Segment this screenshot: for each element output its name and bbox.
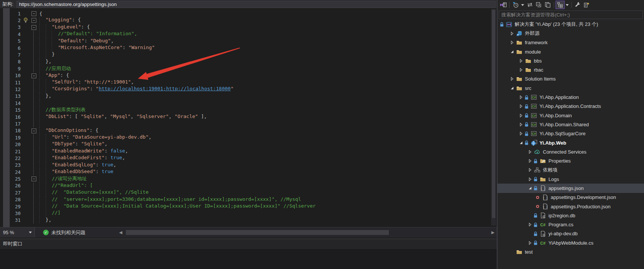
code-link[interactable]: http://localhost:19001;http://localhost:… (99, 86, 230, 91)
code-text[interactable]: "Url": "DataSource=yi-abp-dev.db", (36, 134, 151, 141)
scroll-right-icon[interactable]: ▶ (492, 229, 495, 236)
fold-collapse-icon[interactable] (31, 10, 36, 17)
tree-item-ip2region-db[interactable]: ip2region.db (498, 211, 644, 220)
tree-item-dependencies[interactable]: 依赖项 (498, 166, 644, 175)
code-line-10[interactable]: 10"App": { (0, 72, 497, 79)
expander-collapsed-icon[interactable] (518, 95, 524, 99)
immediate-window-content[interactable] (0, 249, 497, 269)
expander-collapsed-icon[interactable] (527, 177, 533, 181)
fold-collapse-icon[interactable] (31, 72, 36, 79)
code-line-3[interactable]: 3"LogLevel": { (0, 24, 497, 31)
expander-collapsed-icon[interactable] (518, 104, 524, 108)
sync-with-active-document-icon[interactable] (525, 1, 534, 9)
code-text[interactable]: //] (36, 210, 61, 217)
code-text[interactable]: }, (36, 217, 51, 224)
tree-item-yi-abp-domain[interactable]: C#Yi.Abp.Domain (498, 111, 644, 120)
fold-collapse-icon[interactable] (31, 17, 36, 24)
code-text[interactable]: "EnabledSqlLog": true, (36, 162, 116, 169)
scroll-left-icon[interactable]: ◀ (119, 229, 122, 236)
code-line-25[interactable]: 25//读写分离地址 (0, 175, 497, 182)
editor-vertical-scrollbar[interactable] (491, 9, 496, 226)
tree-item-yiabpwebmodule-cs[interactable]: C#YiAbpWebModule.cs (498, 238, 644, 247)
expander-collapsed-icon[interactable] (518, 68, 524, 72)
vertical-scrollbar-thumb[interactable] (492, 10, 495, 218)
tree-item-yi-abp-dev-db[interactable]: yi-abp-dev.db (498, 229, 644, 238)
code-text[interactable]: "EnabledReadWrite": false, (36, 148, 128, 155)
tree-item-src[interactable]: src (498, 84, 644, 93)
code-line-15[interactable]: 15//数据库类型列表 (0, 106, 497, 113)
code-text[interactable]: "DbConnOptions": { (36, 127, 98, 134)
code-line-30[interactable]: 30//] (0, 210, 497, 217)
code-text[interactable]: { (36, 11, 42, 16)
tree-item-appsettings-development-json[interactable]: { }appsettings.Development.json (498, 193, 644, 202)
zoom-select[interactable]: 95 % (0, 227, 35, 238)
tree-item-program-cs[interactable]: C#Program.cs (498, 220, 644, 229)
code-line-21[interactable]: 21"EnabledReadWrite": false, (0, 148, 497, 155)
show-all-files-icon[interactable] (543, 1, 552, 9)
code-line-28[interactable]: 28// "server=[xxxx];port=3306;database=[… (0, 196, 497, 203)
code-text[interactable]: //"Default": "Information", (36, 31, 137, 37)
code-text[interactable]: // "DataSource=[xxxx]", //Sqlite (36, 189, 148, 196)
expander-collapsed-icon[interactable] (518, 59, 524, 63)
code-text[interactable]: // "server=[xxxx];port=3306;database=[xx… (36, 196, 301, 203)
code-line-24[interactable]: 24"EnabledDbSeed": true (0, 169, 497, 175)
tree-item-yi-abp-application-contracts[interactable]: C#Yi.Abp.Application.Contracts (498, 102, 644, 111)
expander-expanded-icon[interactable] (527, 186, 533, 190)
solution-explorer-search-input[interactable]: 搜索解决方案资源管理器(Ctrl+;) (499, 10, 643, 19)
code-line-2[interactable]: 2"Logging": { (0, 17, 497, 24)
code-line-7[interactable]: 7} (0, 51, 497, 58)
code-line-27[interactable]: 27// "DataSource=[xxxx]", //Sqlite (0, 189, 497, 196)
chevron-down-icon[interactable] (565, 4, 570, 6)
code-text[interactable]: "DbList": [ "Sqlite", "Mysql", "Sqlserve… (36, 114, 207, 120)
code-text[interactable]: "EnabledDbSeed": true (36, 169, 114, 175)
tree-item-test[interactable]: test (498, 247, 644, 256)
expander-expanded-icon[interactable] (518, 141, 524, 145)
expander-collapsed-icon[interactable] (518, 132, 524, 136)
pending-changes-filter-icon[interactable] (511, 1, 520, 9)
expander-collapsed-icon[interactable] (509, 77, 515, 81)
code-text[interactable] (36, 120, 46, 127)
tree-item-framework[interactable]: framework (498, 38, 644, 47)
code-text[interactable]: }, (36, 93, 51, 100)
switch-views-icon[interactable] (499, 1, 508, 9)
expander-expanded-icon[interactable] (509, 86, 515, 90)
code-line-13[interactable]: 13}, (0, 93, 497, 100)
fold-collapse-icon[interactable] (31, 175, 36, 182)
code-editor[interactable]: 1{2"Logging": {3"LogLevel": {4//"Default… (0, 8, 497, 227)
code-line-9[interactable]: 9//应用启动 (0, 65, 497, 72)
chevron-down-icon[interactable] (520, 4, 525, 6)
tree-item-solution-items[interactable]: Solution Items (498, 75, 644, 84)
tree-item-yi-abp-web[interactable]: Yi.Abp.Web (498, 138, 644, 147)
code-line-8[interactable]: 8}, (0, 58, 497, 65)
code-text[interactable]: "CorsOrigins": "http://localhost:19001;h… (36, 86, 233, 93)
code-text[interactable]: "EnabledCodeFirst": true, (36, 155, 125, 161)
code-text[interactable]: "Microsoft.AspNetCore": "Warning" (36, 45, 155, 51)
code-text[interactable]: //"ReadUrl": [ (36, 182, 93, 189)
expander-collapsed-icon[interactable] (527, 159, 533, 163)
expander-collapsed-icon[interactable] (527, 168, 533, 172)
code-line-22[interactable]: 22"EnabledCodeFirst": true, (0, 155, 497, 161)
code-line-1[interactable]: 1{ (0, 10, 497, 17)
code-text[interactable]: } (36, 51, 55, 58)
tree-item-connected-services[interactable]: Connected Services (498, 147, 644, 156)
code-text[interactable]: "SelfUrl": "http://*:19001", (36, 79, 134, 86)
code-text[interactable]: }, (36, 58, 51, 65)
code-line-18[interactable]: 18"DbConnOptions": { (0, 127, 497, 134)
tree-item-logs[interactable]: Logs (498, 175, 644, 184)
schema-url-combo[interactable]: https://json.schemastore.org/appsettings… (16, 1, 496, 8)
expander-collapsed-icon[interactable] (518, 114, 524, 118)
lightbulb-icon[interactable] (23, 17, 28, 23)
code-line-17[interactable]: 17 (0, 120, 497, 127)
code-line-19[interactable]: 19"Url": "DataSource=yi-abp-dev.db", (0, 134, 497, 141)
editor-horizontal-scrollbar[interactable]: ◀ ▶ (119, 229, 495, 236)
expander-collapsed-icon[interactable] (518, 123, 524, 127)
tree-item-module[interactable]: module (498, 47, 644, 56)
code-line-14[interactable]: 14 (0, 100, 497, 106)
code-text[interactable]: "DbType": "Sqlite", (36, 141, 108, 148)
fold-collapse-icon[interactable] (31, 24, 36, 31)
expander-collapsed-icon[interactable] (509, 31, 515, 36)
code-lines[interactable]: 1{2"Logging": {3"LogLevel": {4//"Default… (0, 10, 497, 224)
tree-item-properties[interactable]: Properties (498, 156, 644, 165)
code-line-20[interactable]: 20"DbType": "Sqlite", (0, 141, 497, 148)
tree-item-solution[interactable]: 解决方案 'Yi.Abp' (23 个项目, 共 23 个) (498, 20, 644, 29)
